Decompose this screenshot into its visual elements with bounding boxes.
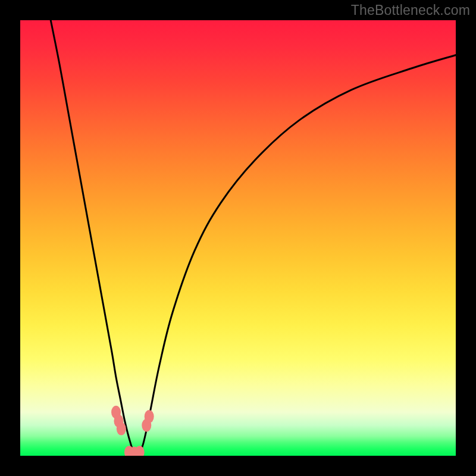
bottleneck-curve xyxy=(51,20,456,454)
bead xyxy=(145,410,154,423)
bead xyxy=(117,422,126,436)
plot-area xyxy=(20,20,456,456)
curve-layer xyxy=(20,20,456,456)
sample-beads xyxy=(111,406,154,456)
watermark-text: TheBottleneck.com xyxy=(351,2,470,18)
chart-frame: TheBottleneck.com xyxy=(0,0,476,476)
